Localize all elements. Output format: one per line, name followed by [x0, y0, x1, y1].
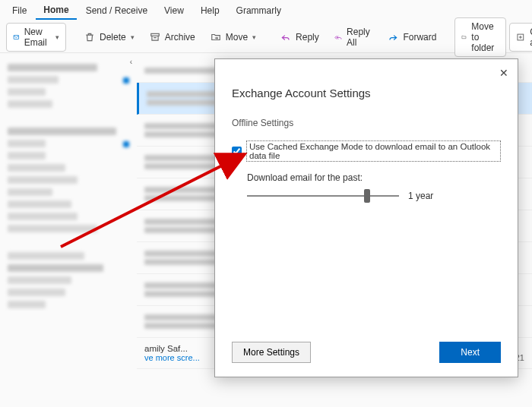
new-email-label: New Email — [24, 27, 51, 48]
reply-icon — [280, 32, 291, 43]
menu-file[interactable]: File — [5, 2, 34, 19]
account-header[interactable] — [8, 264, 103, 272]
replyall-label: Reply All — [347, 27, 372, 48]
create-button[interactable]: Create a — [509, 23, 532, 52]
next-button[interactable]: Next — [439, 342, 501, 363]
folder-item[interactable] — [8, 76, 59, 84]
folder-item[interactable] — [8, 276, 71, 284]
dialog-subtitle: Offline Settings — [232, 118, 501, 128]
account-header[interactable] — [8, 64, 97, 71]
menu-view[interactable]: View — [157, 2, 192, 19]
chevron-down-icon: ▾ — [252, 33, 256, 41]
folder-item[interactable] — [8, 164, 65, 172]
folder-item[interactable] — [8, 176, 78, 184]
exchange-settings-dialog: ✕ Exchange Account Settings Offline Sett… — [214, 58, 518, 377]
close-icon[interactable]: ✕ — [499, 67, 508, 79]
forward-label: Forward — [403, 32, 436, 43]
folder-pane: ‹ — [0, 53, 137, 407]
folder-item[interactable] — [8, 100, 52, 108]
account-header[interactable] — [8, 128, 116, 135]
slider-value: 1 year — [408, 191, 433, 201]
menu-sendreceive[interactable]: Send / Receive — [78, 2, 155, 19]
movetofolder-label: Move to folder — [471, 21, 499, 53]
folder-item[interactable] — [8, 301, 46, 308]
folder-item[interactable] — [8, 289, 65, 296]
movetofolder-button[interactable]: Move to folder — [454, 17, 506, 57]
download-past-label: Download email for the past: — [247, 172, 501, 183]
toolbar: New Email ▾ Delete ▾ Archive Move ▾ Repl… — [0, 21, 532, 53]
archive-button[interactable]: Archive — [144, 29, 201, 46]
move-label: Move — [226, 32, 248, 43]
new-email-button[interactable]: New Email ▾ — [6, 23, 66, 52]
menu-grammarly[interactable]: Grammarly — [229, 2, 289, 19]
message-subject: ve more scre... — [144, 353, 200, 362]
folder-icon — [461, 32, 467, 43]
reply-all-icon — [334, 32, 342, 43]
folder-item[interactable] — [8, 213, 78, 220]
folder-item[interactable] — [8, 88, 46, 96]
chevron-down-icon: ▾ — [55, 33, 59, 41]
archive-label: Archive — [165, 32, 195, 43]
folder-item[interactable] — [8, 200, 71, 208]
menu-help[interactable]: Help — [193, 2, 227, 19]
folder-item[interactable] — [8, 252, 84, 260]
folder-item[interactable] — [8, 225, 97, 232]
more-settings-button[interactable]: More Settings — [232, 342, 311, 363]
create-icon — [516, 32, 525, 43]
menu-bar: File Home Send / Receive View Help Gramm… — [0, 0, 532, 21]
cached-mode-label[interactable]: Use Cached Exchange Mode to download ema… — [246, 140, 501, 162]
svg-rect-1 — [150, 33, 159, 36]
unread-badge — [123, 77, 129, 84]
cached-mode-checkbox[interactable] — [232, 147, 242, 156]
trash-icon — [84, 32, 95, 43]
folder-item[interactable] — [8, 152, 46, 159]
forward-button[interactable]: Forward — [382, 29, 442, 46]
replyall-button[interactable]: Reply All — [328, 24, 379, 51]
delete-label: Delete — [100, 32, 126, 43]
archive-icon — [150, 32, 160, 43]
mail-icon — [13, 32, 20, 43]
chevron-down-icon: ▾ — [131, 33, 135, 41]
dialog-title: Exchange Account Settings — [232, 87, 501, 99]
menu-home[interactable]: Home — [36, 2, 76, 20]
folder-move-icon — [211, 32, 221, 43]
delete-button[interactable]: Delete ▾ — [78, 29, 141, 46]
unread-badge — [123, 141, 129, 147]
forward-icon — [388, 32, 398, 43]
reply-label: Reply — [296, 32, 319, 43]
reply-button[interactable]: Reply — [274, 29, 325, 46]
download-range-slider[interactable] — [247, 195, 399, 197]
folder-item[interactable] — [8, 140, 46, 147]
collapse-chevron-icon[interactable]: ‹ — [130, 58, 132, 66]
folder-item[interactable] — [8, 188, 52, 196]
move-button[interactable]: Move ▾ — [204, 29, 262, 46]
